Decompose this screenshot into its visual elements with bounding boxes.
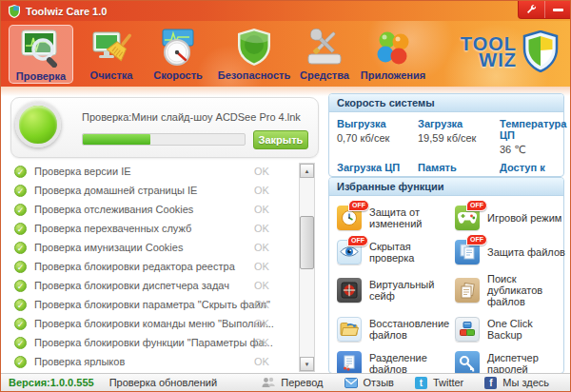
list-item: Проверка блокировки редактора реестраOK <box>9 257 296 276</box>
scan-progress-bar <box>82 133 246 146</box>
check-updates-link[interactable]: Проверка обновлений <box>109 377 217 388</box>
favorite-file-split[interactable]: Разделение файлов <box>337 350 455 376</box>
minimize-button[interactable] <box>544 1 570 18</box>
system-speed-panel: Скорость системы Выгрузка0,70 кб/сек Заг… <box>328 93 564 177</box>
gamepad-icon: OFF <box>455 206 480 230</box>
scan-status-text: Проверка:Мини слайд-шоу ACDSee Pro 4.lnk <box>82 111 301 123</box>
off-badge[interactable]: OFF <box>466 200 487 211</box>
favorite-password-manager[interactable]: Диспетчер паролей <box>455 350 567 376</box>
favorite-file-protection[interactable]: OFF Защита файлов <box>455 239 567 265</box>
translate-link[interactable]: Перевод <box>262 377 323 388</box>
minimize-icon <box>553 9 563 11</box>
duplicate-files-icon <box>455 278 480 303</box>
apps-icon <box>359 27 427 67</box>
check-icon <box>14 185 27 197</box>
status-value: OK <box>254 280 269 291</box>
check-icon <box>14 280 27 292</box>
cleanup-icon <box>79 27 144 67</box>
system-speed-title: Скорость системы <box>329 94 563 112</box>
stat-upload: Выгрузка0,70 кб/сек <box>337 118 418 156</box>
favorite-virtual-safe[interactable]: Виртуальный сейф <box>337 273 455 307</box>
list-item: Проверка блокировки функции "Параметры ф… <box>9 333 296 352</box>
off-badge[interactable]: OFF <box>466 234 487 245</box>
status-value: OK <box>254 204 269 215</box>
list-item: Проверка блокировки команды меню "Выполн… <box>9 314 296 333</box>
tab-speed[interactable]: Скорость <box>146 25 210 84</box>
tab-apps[interactable]: Приложения <box>359 25 427 84</box>
check-icon <box>14 242 27 254</box>
check-icon <box>14 299 27 311</box>
tab-security-label: Безопасность <box>216 69 292 81</box>
status-value: OK <box>254 261 269 272</box>
favorite-change-protection[interactable]: OFF Защита от изменений <box>337 205 455 230</box>
scrollbar-thumb[interactable] <box>300 216 314 269</box>
tab-cleanup-label: Очистка <box>79 69 144 81</box>
tab-tools-label: Средства <box>292 69 357 81</box>
favorites-panel: Избранные функции OFF Защита от изменени… <box>328 177 564 374</box>
feedback-link[interactable]: Отзыв <box>345 377 394 388</box>
facebook-link[interactable]: f Мы здесь <box>484 377 549 389</box>
list-item: Проверка домашней страницы IEOK <box>9 181 296 200</box>
favorite-hidden-scan[interactable]: OFF Скрытая проверка <box>337 239 455 265</box>
twitter-link[interactable]: t Twitter <box>415 377 463 389</box>
toolwiz-logo: TOOL WIZ <box>461 30 559 74</box>
scan-results-list: Проверка версии IEOK Проверка домашней с… <box>9 162 296 371</box>
scroll-up-arrow-icon[interactable] <box>300 164 314 178</box>
status-value: OK <box>254 223 269 234</box>
title-bar: Toolwiz Care 1.0 <box>1 1 570 21</box>
file-shield-icon: OFF <box>455 240 480 265</box>
check-icon <box>14 261 27 273</box>
check-icon <box>14 204 27 216</box>
window-title: Toolwiz Care 1.0 <box>26 6 107 17</box>
app-shield-icon <box>9 5 20 18</box>
window-controls <box>518 1 570 19</box>
statusbar-links: Перевод Отзыв t Twitter f Мы здесь <box>262 377 570 389</box>
check-icon <box>14 356 27 368</box>
scan-status-orb-icon <box>15 102 61 147</box>
favorites-title: Избранные функции <box>329 178 563 196</box>
tab-security[interactable]: Безопасность <box>216 25 292 84</box>
tab-speed-label: Скорость <box>146 69 210 81</box>
tab-cleanup[interactable]: Очистка <box>79 25 144 84</box>
list-item: Проверка ярлыковOK <box>9 352 296 371</box>
translate-people-icon <box>262 377 275 388</box>
restore-folder-icon <box>337 317 362 342</box>
safe-icon <box>337 278 362 303</box>
favorite-game-mode[interactable]: OFF Игровой режим <box>455 205 567 230</box>
version-text: Версия:1.0.0.555 <box>9 377 94 388</box>
settings-wrench-button[interactable] <box>519 1 544 18</box>
tools-icon <box>292 27 357 67</box>
facebook-icon: f <box>484 377 497 389</box>
key-icon <box>455 351 480 376</box>
tab-tools[interactable]: Средства <box>292 25 357 84</box>
check-icon <box>14 318 27 330</box>
list-item: Проверка блокировки диспетчера задачOK <box>9 276 296 295</box>
off-badge[interactable]: OFF <box>347 235 368 246</box>
favorite-one-click-backup[interactable]: One Click Backup <box>455 316 567 342</box>
status-value: OK <box>254 337 269 348</box>
list-item: Проверка имунизации CookiesOK <box>9 238 296 257</box>
favorite-duplicate-search[interactable]: Поиск дубликатов файлов <box>455 273 567 307</box>
favorite-file-restore[interactable]: Восстановление файлов <box>337 316 455 342</box>
status-value: OK <box>254 166 269 177</box>
check-icon <box>14 166 27 178</box>
off-badge[interactable]: OFF <box>348 200 369 211</box>
status-value: OK <box>254 299 269 310</box>
stat-download: Загрузка19,59 кб/сек <box>418 118 500 156</box>
tab-apps-label: Приложения <box>359 69 427 81</box>
progress-fill <box>83 134 150 145</box>
main-navigation: Проверка Очистка <box>1 21 570 87</box>
tab-check[interactable]: Проверка <box>9 25 73 84</box>
eye-icon: OFF <box>337 240 362 265</box>
wrench-icon <box>526 4 537 16</box>
toolwiz-shield-icon <box>522 30 559 74</box>
check-icon <box>14 223 27 235</box>
split-file-icon <box>337 351 362 376</box>
vertical-scrollbar[interactable] <box>299 163 315 372</box>
close-button[interactable]: Закрыть <box>253 130 308 149</box>
backup-cubes-icon <box>455 317 480 342</box>
favorites-grid: OFF Защита от изменений OFF Игровой режи… <box>329 196 563 376</box>
status-value: OK <box>254 318 269 329</box>
status-bar: Версия:1.0.0.555 Проверка обновлений Пер… <box>1 373 570 391</box>
scroll-down-arrow-icon[interactable] <box>300 357 314 371</box>
